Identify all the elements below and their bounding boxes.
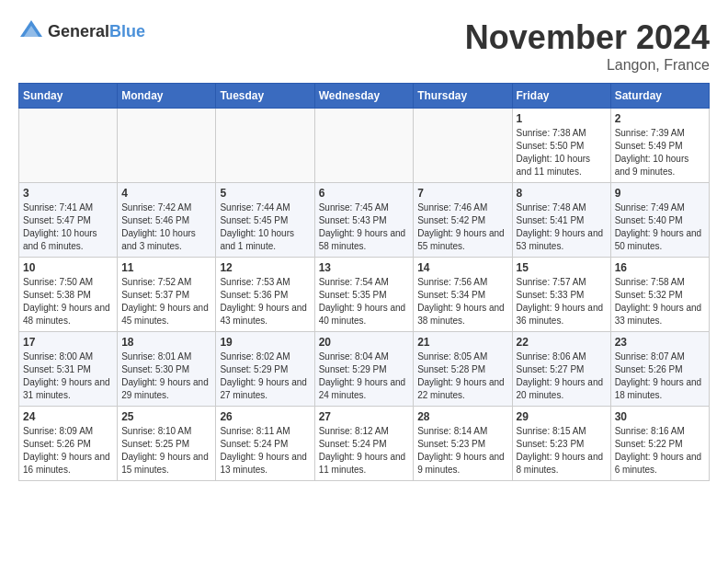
calendar-cell: 19Sunrise: 8:02 AM Sunset: 5:29 PM Dayli… (216, 332, 314, 407)
weekday-header: Wednesday (314, 84, 414, 109)
calendar-cell: 4Sunrise: 7:42 AM Sunset: 5:46 PM Daylig… (118, 183, 216, 258)
calendar-cell: 28Sunrise: 8:14 AM Sunset: 5:23 PM Dayli… (414, 407, 512, 481)
calendar-cell: 15Sunrise: 7:57 AM Sunset: 5:33 PM Dayli… (512, 258, 610, 332)
logo-blue: Blue (109, 22, 145, 40)
calendar-cell: 22Sunrise: 8:06 AM Sunset: 5:27 PM Dayli… (512, 332, 610, 407)
calendar-cell: 16Sunrise: 7:58 AM Sunset: 5:32 PM Dayli… (610, 258, 709, 332)
logo: GeneralBlue (18, 18, 145, 44)
calendar-cell: 20Sunrise: 8:04 AM Sunset: 5:29 PM Dayli… (314, 332, 414, 407)
day-number: 22 (517, 336, 607, 349)
calendar-cell: 10Sunrise: 7:50 AM Sunset: 5:38 PM Dayli… (19, 258, 118, 332)
day-number: 4 (121, 187, 211, 200)
day-info: Sunrise: 8:06 AM Sunset: 5:27 PM Dayligh… (517, 350, 607, 402)
day-number: 18 (121, 336, 211, 349)
day-info: Sunrise: 8:12 AM Sunset: 5:24 PM Dayligh… (319, 425, 410, 477)
calendar-cell (19, 109, 118, 183)
calendar-cell: 13Sunrise: 7:54 AM Sunset: 5:35 PM Dayli… (314, 258, 414, 332)
day-number: 2 (615, 112, 705, 125)
weekday-header: Saturday (610, 84, 709, 109)
day-info: Sunrise: 7:38 AM Sunset: 5:50 PM Dayligh… (517, 127, 607, 178)
calendar-cell (118, 109, 216, 183)
logo-general: General (48, 22, 109, 40)
day-info: Sunrise: 8:00 AM Sunset: 5:31 PM Dayligh… (23, 350, 113, 402)
day-number: 21 (417, 336, 507, 349)
day-info: Sunrise: 7:50 AM Sunset: 5:38 PM Dayligh… (23, 276, 113, 327)
day-info: Sunrise: 8:07 AM Sunset: 5:26 PM Dayligh… (615, 350, 705, 402)
day-info: Sunrise: 8:11 AM Sunset: 5:24 PM Dayligh… (220, 425, 310, 477)
day-info: Sunrise: 7:54 AM Sunset: 5:35 PM Dayligh… (319, 276, 410, 327)
calendar-cell: 5Sunrise: 7:44 AM Sunset: 5:45 PM Daylig… (216, 183, 314, 258)
calendar-cell: 24Sunrise: 8:09 AM Sunset: 5:26 PM Dayli… (19, 407, 118, 481)
calendar-cell: 27Sunrise: 8:12 AM Sunset: 5:24 PM Dayli… (314, 407, 414, 481)
weekday-header: Monday (118, 84, 216, 109)
day-info: Sunrise: 8:05 AM Sunset: 5:28 PM Dayligh… (417, 350, 507, 402)
calendar-cell: 2Sunrise: 7:39 AM Sunset: 5:49 PM Daylig… (610, 109, 709, 183)
calendar-cell (216, 109, 314, 183)
calendar-week-row: 10Sunrise: 7:50 AM Sunset: 5:38 PM Dayli… (19, 258, 710, 332)
day-info: Sunrise: 8:09 AM Sunset: 5:26 PM Dayligh… (23, 425, 113, 477)
day-number: 11 (121, 261, 211, 274)
day-number: 13 (319, 261, 410, 274)
day-number: 29 (517, 410, 607, 423)
calendar-cell: 9Sunrise: 7:49 AM Sunset: 5:40 PM Daylig… (610, 183, 709, 258)
day-number: 25 (121, 410, 211, 423)
day-number: 7 (417, 187, 507, 200)
weekday-header: Tuesday (216, 84, 314, 109)
day-number: 5 (220, 187, 310, 200)
day-info: Sunrise: 7:58 AM Sunset: 5:32 PM Dayligh… (615, 276, 705, 327)
day-info: Sunrise: 8:02 AM Sunset: 5:29 PM Dayligh… (220, 350, 310, 402)
calendar-cell (414, 109, 512, 183)
weekday-header: Sunday (19, 84, 118, 109)
day-number: 9 (615, 187, 705, 200)
calendar-week-row: 1Sunrise: 7:38 AM Sunset: 5:50 PM Daylig… (19, 109, 710, 183)
day-info: Sunrise: 8:01 AM Sunset: 5:30 PM Dayligh… (121, 350, 211, 402)
day-info: Sunrise: 7:44 AM Sunset: 5:45 PM Dayligh… (220, 201, 310, 253)
calendar: SundayMondayTuesdayWednesdayThursdayFrid… (18, 83, 710, 481)
day-info: Sunrise: 7:48 AM Sunset: 5:41 PM Dayligh… (517, 201, 607, 253)
weekday-header: Thursday (414, 84, 512, 109)
calendar-cell: 23Sunrise: 8:07 AM Sunset: 5:26 PM Dayli… (610, 332, 709, 407)
calendar-week-row: 3Sunrise: 7:41 AM Sunset: 5:47 PM Daylig… (19, 183, 710, 258)
day-number: 16 (615, 261, 705, 274)
calendar-cell: 14Sunrise: 7:56 AM Sunset: 5:34 PM Dayli… (414, 258, 512, 332)
calendar-week-row: 17Sunrise: 8:00 AM Sunset: 5:31 PM Dayli… (19, 332, 710, 407)
day-number: 27 (319, 410, 410, 423)
calendar-cell: 21Sunrise: 8:05 AM Sunset: 5:28 PM Dayli… (414, 332, 512, 407)
day-info: Sunrise: 8:15 AM Sunset: 5:23 PM Dayligh… (517, 425, 607, 477)
logo-text: GeneralBlue (48, 22, 145, 41)
day-info: Sunrise: 7:53 AM Sunset: 5:36 PM Dayligh… (220, 276, 310, 327)
day-info: Sunrise: 8:10 AM Sunset: 5:25 PM Dayligh… (121, 425, 211, 477)
calendar-cell: 3Sunrise: 7:41 AM Sunset: 5:47 PM Daylig… (19, 183, 118, 258)
day-info: Sunrise: 7:49 AM Sunset: 5:40 PM Dayligh… (615, 201, 705, 253)
day-number: 12 (220, 261, 310, 274)
day-number: 10 (23, 261, 113, 274)
day-number: 26 (220, 410, 310, 423)
day-number: 17 (23, 336, 113, 349)
day-number: 24 (23, 410, 113, 423)
day-info: Sunrise: 7:41 AM Sunset: 5:47 PM Dayligh… (23, 201, 113, 253)
day-number: 15 (517, 261, 607, 274)
calendar-cell: 17Sunrise: 8:00 AM Sunset: 5:31 PM Dayli… (19, 332, 118, 407)
day-info: Sunrise: 7:52 AM Sunset: 5:37 PM Dayligh… (121, 276, 211, 327)
calendar-cell: 26Sunrise: 8:11 AM Sunset: 5:24 PM Dayli… (216, 407, 314, 481)
page-header: GeneralBlue November 2024 Langon, France (18, 18, 710, 74)
day-number: 30 (615, 410, 705, 423)
day-info: Sunrise: 7:46 AM Sunset: 5:42 PM Dayligh… (417, 201, 507, 253)
day-number: 3 (23, 187, 113, 200)
calendar-cell: 30Sunrise: 8:16 AM Sunset: 5:22 PM Dayli… (610, 407, 709, 481)
month-title: November 2024 (465, 18, 710, 57)
calendar-cell: 7Sunrise: 7:46 AM Sunset: 5:42 PM Daylig… (414, 183, 512, 258)
day-number: 19 (220, 336, 310, 349)
calendar-cell: 12Sunrise: 7:53 AM Sunset: 5:36 PM Dayli… (216, 258, 314, 332)
weekday-header: Friday (512, 84, 610, 109)
day-info: Sunrise: 7:42 AM Sunset: 5:46 PM Dayligh… (121, 201, 211, 253)
day-number: 23 (615, 336, 705, 349)
day-number: 1 (517, 112, 607, 125)
day-info: Sunrise: 8:14 AM Sunset: 5:23 PM Dayligh… (417, 425, 507, 477)
day-info: Sunrise: 8:16 AM Sunset: 5:22 PM Dayligh… (615, 425, 705, 477)
calendar-cell: 8Sunrise: 7:48 AM Sunset: 5:41 PM Daylig… (512, 183, 610, 258)
calendar-cell: 6Sunrise: 7:45 AM Sunset: 5:43 PM Daylig… (314, 183, 414, 258)
logo-icon (18, 18, 44, 44)
calendar-cell: 18Sunrise: 8:01 AM Sunset: 5:30 PM Dayli… (118, 332, 216, 407)
calendar-week-row: 24Sunrise: 8:09 AM Sunset: 5:26 PM Dayli… (19, 407, 710, 481)
